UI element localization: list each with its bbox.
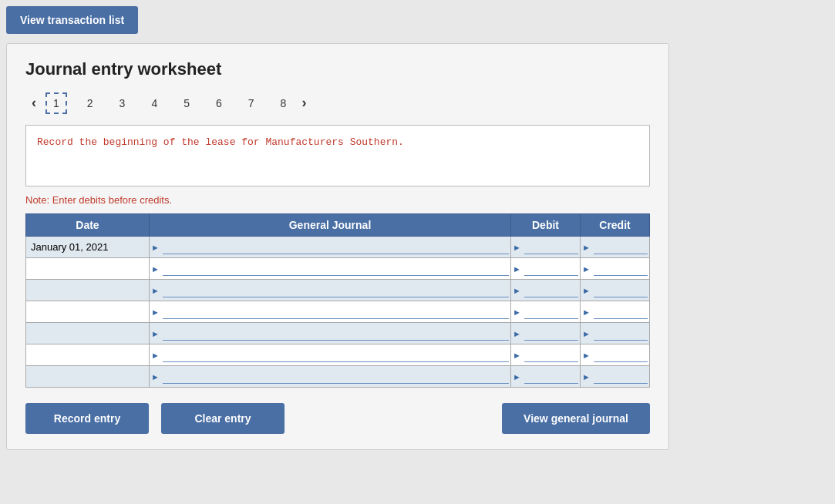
journal-cell-4[interactable]: ► xyxy=(150,301,511,323)
debit-input-line-3[interactable] xyxy=(524,284,578,297)
arrow-icon-2: ► xyxy=(151,264,160,274)
arrow-icon-5: ► xyxy=(151,329,160,338)
credit-arrow-3: ► xyxy=(582,286,591,295)
debit-input-line-6[interactable] xyxy=(524,348,578,362)
header-general-journal: General Journal xyxy=(150,214,511,237)
date-cell-6 xyxy=(26,344,150,366)
journal-cell-3[interactable]: ► xyxy=(150,280,511,301)
debit-cell-1[interactable]: ► xyxy=(511,237,581,258)
journal-input-line-7[interactable] xyxy=(163,370,509,384)
date-cell-5 xyxy=(26,323,150,344)
header-date: Date xyxy=(26,214,150,237)
date-value-1: January 01, 2021 xyxy=(31,241,108,253)
journal-cell-7[interactable]: ► xyxy=(150,366,511,388)
credit-cell-6[interactable]: ► xyxy=(581,344,650,366)
tab-items: 1 2 3 4 5 6 7 8 xyxy=(45,92,292,114)
table-row: January 01, 2021 ► ► ► xyxy=(26,237,650,258)
debit-input-line-4[interactable] xyxy=(524,305,578,319)
credit-input-line-7[interactable] xyxy=(594,370,648,384)
description-box: Record the beginning of the lease for Ma… xyxy=(25,125,650,186)
journal-input-line-1[interactable] xyxy=(163,240,509,254)
tab-6[interactable]: 6 xyxy=(210,94,228,113)
credit-input-line-5[interactable] xyxy=(594,327,648,341)
credit-input-line-3[interactable] xyxy=(594,284,648,297)
debit-input-line-2[interactable] xyxy=(524,262,578,276)
date-cell-7 xyxy=(26,366,150,388)
table-row: ► ► ► xyxy=(26,301,650,323)
debit-cell-2[interactable]: ► xyxy=(511,258,581,280)
credit-arrow-5: ► xyxy=(582,329,591,338)
table-row: ► ► ► xyxy=(26,366,650,388)
journal-cell-2[interactable]: ► xyxy=(150,258,511,280)
credit-cell-7[interactable]: ► xyxy=(581,366,650,388)
credit-arrow-4: ► xyxy=(582,307,591,317)
note-text: Note: Enter debits before credits. xyxy=(25,194,650,206)
credit-input-line-6[interactable] xyxy=(594,348,648,362)
debit-arrow-2: ► xyxy=(513,264,521,274)
date-cell-3 xyxy=(26,280,150,301)
date-cell-4 xyxy=(26,301,150,323)
tab-1[interactable]: 1 xyxy=(45,92,67,114)
journal-table: Date General Journal Debit Credit Januar… xyxy=(25,213,650,388)
journal-input-line-2[interactable] xyxy=(163,262,509,276)
journal-cell-5[interactable]: ► xyxy=(150,323,511,344)
journal-input-line-3[interactable] xyxy=(163,284,509,297)
credit-arrow-2: ► xyxy=(582,264,591,274)
credit-cell-4[interactable]: ► xyxy=(581,301,650,323)
credit-cell-5[interactable]: ► xyxy=(581,323,650,344)
debit-input-line-1[interactable] xyxy=(524,240,578,254)
top-bar: View transaction list xyxy=(6,6,829,34)
journal-input-line-6[interactable] xyxy=(163,348,509,362)
journal-input-line-4[interactable] xyxy=(163,305,509,319)
journal-cell-6[interactable]: ► xyxy=(150,344,511,366)
arrow-icon-4: ► xyxy=(151,307,160,317)
tab-4[interactable]: 4 xyxy=(145,94,163,113)
next-tab-button[interactable]: › xyxy=(295,92,312,114)
credit-input-line-1[interactable] xyxy=(594,240,648,254)
view-transaction-button[interactable]: View transaction list xyxy=(6,6,138,34)
tab-2[interactable]: 2 xyxy=(81,94,99,113)
table-body: January 01, 2021 ► ► ► xyxy=(26,237,650,388)
arrow-icon-1: ► xyxy=(151,243,160,252)
journal-cell-1[interactable]: ► xyxy=(150,237,511,258)
credit-input-line-2[interactable] xyxy=(594,262,648,276)
debit-arrow-4: ► xyxy=(513,307,521,317)
journal-input-line-5[interactable] xyxy=(163,327,509,341)
description-text: Record the beginning of the lease for Ma… xyxy=(37,136,404,148)
credit-cell-1[interactable]: ► xyxy=(581,237,650,258)
debit-cell-7[interactable]: ► xyxy=(511,366,581,388)
credit-cell-3[interactable]: ► xyxy=(581,280,650,301)
table-row: ► ► ► xyxy=(26,323,650,344)
credit-cell-2[interactable]: ► xyxy=(581,258,650,280)
tab-7[interactable]: 7 xyxy=(242,94,261,113)
debit-arrow-6: ► xyxy=(513,351,521,360)
date-cell-2 xyxy=(26,258,150,280)
debit-input-line-7[interactable] xyxy=(524,370,578,384)
arrow-icon-7: ► xyxy=(151,372,160,381)
table-row: ► ► ► xyxy=(26,258,650,280)
prev-tab-button[interactable]: ‹ xyxy=(25,92,42,114)
arrow-icon-6: ► xyxy=(151,351,160,360)
tab-8[interactable]: 8 xyxy=(274,94,293,113)
header-credit: Credit xyxy=(581,214,650,237)
arrow-icon-3: ► xyxy=(151,286,160,295)
debit-arrow-3: ► xyxy=(513,286,521,295)
debit-cell-3[interactable]: ► xyxy=(511,280,581,301)
tab-3[interactable]: 3 xyxy=(113,94,132,113)
debit-arrow-1: ► xyxy=(513,243,521,252)
date-cell-1: January 01, 2021 xyxy=(26,237,150,258)
debit-input-line-5[interactable] xyxy=(524,327,578,341)
credit-arrow-6: ► xyxy=(582,351,591,360)
debit-cell-5[interactable]: ► xyxy=(511,323,581,344)
debit-arrow-7: ► xyxy=(513,372,521,381)
debit-cell-6[interactable]: ► xyxy=(511,344,581,366)
credit-input-line-4[interactable] xyxy=(594,305,648,319)
tab-5[interactable]: 5 xyxy=(177,94,196,113)
clear-entry-button[interactable]: Clear entry xyxy=(161,403,285,434)
view-general-journal-button[interactable]: View general journal xyxy=(502,403,650,434)
credit-arrow-7: ► xyxy=(582,372,591,381)
worksheet-container: Journal entry worksheet ‹ 1 2 3 4 5 6 7 … xyxy=(6,43,669,450)
record-entry-button[interactable]: Record entry xyxy=(25,403,149,434)
header-debit: Debit xyxy=(511,214,581,237)
debit-cell-4[interactable]: ► xyxy=(511,301,581,323)
